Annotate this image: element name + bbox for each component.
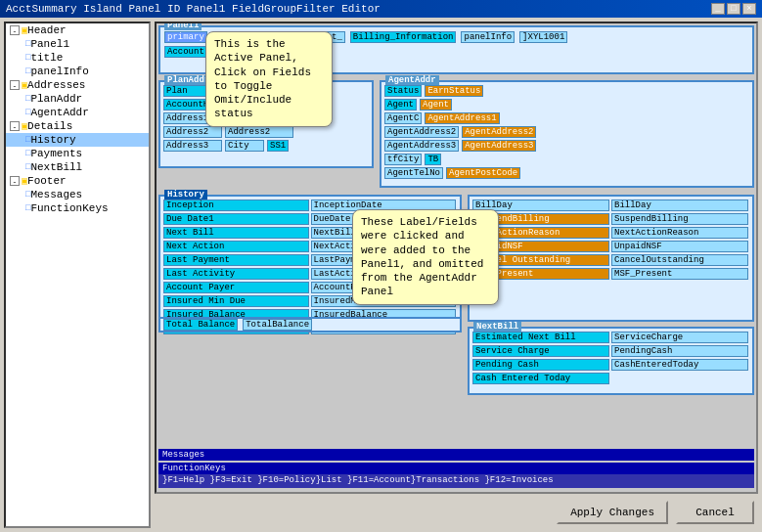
f-tfcity[interactable]: tfCity [384, 154, 422, 165]
nextbill-header: NextBill [473, 322, 521, 332]
expand-icon[interactable]: - [10, 80, 20, 90]
tree-item-history[interactable]: □ History [6, 133, 149, 147]
f-agentaddr3-val[interactable]: AgentAddress3 [462, 140, 536, 152]
tree-item-header[interactable]: - ▣ Header [6, 23, 149, 37]
f-agentaddr2[interactable]: AgentAddress2 [384, 126, 459, 138]
h-lastpayment[interactable]: Last Payment [163, 254, 309, 266]
h-suspendbilling-val[interactable]: SuspendBilling [611, 213, 748, 225]
tree-label-panelinfo: panelInfo [30, 66, 88, 77]
tree-label-panel1: Panel1 [30, 38, 69, 50]
function-keys-text: }F1=Help }F3=Exit }F10=Policy}List }F11=… [158, 474, 754, 488]
tree-item-details[interactable]: - ▣ Details [6, 119, 149, 133]
nb-estimated-val[interactable]: ServiceCharge [611, 332, 748, 343]
tree-panel: - ▣ Header □ Panel1 □ title □ panelInfo … [4, 22, 151, 528]
expand-icon[interactable]: - [10, 25, 20, 35]
f-agentaddr3[interactable]: AgentAddress3 [384, 140, 459, 152]
editor-area[interactable]: Panel1 primary title Account Account_ Bi… [155, 22, 758, 494]
tree-label-agentaddr: AgentAddr [30, 107, 88, 118]
tree-label-addresses: Addresses [27, 79, 85, 91]
h-insuredmindue[interactable]: Insured Min Due [163, 295, 309, 307]
tree-label-header: Header [27, 24, 67, 36]
f-address2[interactable]: Address2 [163, 126, 222, 138]
f-address3[interactable]: Address3 [163, 140, 222, 152]
tree-label-title: title [30, 52, 63, 64]
f-status[interactable]: Status [384, 85, 422, 97]
f-agentaddr1[interactable]: AgentAddress1 [425, 112, 499, 124]
minimize-button[interactable]: _ [711, 3, 725, 15]
h-nextaction[interactable]: Next Action [163, 241, 309, 252]
tree-label-history: History [30, 134, 75, 146]
tree-label-nextbill: NextBill [30, 161, 82, 173]
tree-item-agentaddr[interactable]: □ AgentAddr [6, 106, 149, 119]
tree-item-title[interactable]: □ title [6, 51, 149, 65]
h-lastactivity[interactable]: Last Activity [163, 268, 309, 280]
f-city[interactable]: City [225, 140, 264, 152]
f-agentc[interactable]: AgentC [384, 112, 422, 124]
panel1-header: Panel1 [164, 22, 202, 30]
h-duedate[interactable]: Due Date1 [163, 213, 309, 225]
tree-label-messages: Messages [30, 189, 82, 200]
title-bar: AcctSummary Island Panel ID Panel1 Field… [0, 0, 762, 18]
tree-item-panelinfo[interactable]: □ panelInfo [6, 65, 149, 78]
messages-label: Messages [158, 449, 754, 461]
tree-item-footer[interactable]: - ▣ Footer [6, 174, 149, 188]
tree-label-details: Details [27, 120, 72, 132]
omitted-fields-tooltip: These Label/Fields were clicked and were… [352, 209, 499, 305]
nb-pendingcash[interactable]: PendingCash [611, 345, 748, 357]
h-msfpresent-val[interactable]: MSF_Present [611, 268, 748, 280]
tree-item-payments[interactable]: □ Payments [6, 147, 149, 160]
field-jxyl001[interactable]: ]XYL1001 [519, 31, 567, 43]
h-canceloutstanding-val[interactable]: CancelOutstanding [611, 254, 748, 266]
history-section-header: History [164, 190, 207, 200]
expand-icon[interactable]: - [10, 176, 20, 186]
f-agenttelno[interactable]: AgentTelNo [384, 167, 443, 179]
tree-item-functionkeys[interactable]: □ FunctionKeys [6, 201, 149, 215]
agentaddr-header: AgentAddr [385, 75, 439, 85]
window-title: AcctSummary Island Panel ID Panel1 Field… [6, 3, 381, 15]
functionkeys-label: FunctionKeys [158, 463, 754, 474]
h-inception[interactable]: Inception [163, 200, 309, 211]
field-panelinfo[interactable]: panelInfo [461, 31, 515, 43]
h-nextbill[interactable]: Next Bill [163, 227, 309, 239]
tree-label-payments: Payments [30, 148, 82, 159]
h-unpaidnsf-val[interactable]: UnpaidNSF [611, 241, 748, 252]
tree-item-messages[interactable]: □ Messages [6, 188, 149, 201]
tree-item-panel1[interactable]: □ Panel1 [6, 37, 149, 51]
f-agent-val[interactable]: Agent [420, 99, 452, 111]
close-button[interactable]: × [742, 3, 756, 15]
button-bar: Apply Changes Cancel [155, 497, 758, 528]
tree-label-planaddr: PlanAddr [30, 93, 82, 105]
tree-item-nextbill[interactable]: □ NextBill [6, 160, 149, 174]
tree-label-functionkeys: FunctionKeys [30, 202, 108, 214]
title-bar-buttons[interactable]: _ □ × [711, 3, 756, 15]
h-accountpayer[interactable]: Account Payer [163, 282, 309, 293]
h-totalbalance[interactable]: Total Balance [163, 319, 238, 331]
cancel-button[interactable]: Cancel [676, 501, 754, 524]
h-billday-val[interactable]: BillDay [611, 200, 748, 211]
nb-cashenteredtoday[interactable]: CashEnteredToday [611, 359, 748, 371]
right-panel: Panel1 primary title Account Account_ Bi… [155, 22, 758, 528]
f-agent[interactable]: Agent [384, 99, 417, 111]
nb-cashenteredtoday[interactable]: Cash Entered Today [472, 373, 609, 384]
f-tb[interactable]: TB [425, 154, 441, 165]
tree-item-addresses[interactable]: - ▣ Addresses [6, 78, 149, 92]
apply-changes-button[interactable]: Apply Changes [557, 501, 668, 524]
h-totalbalance-val[interactable]: TotalBalance [243, 319, 312, 331]
field-billing-info[interactable]: Billing_Information [350, 31, 457, 43]
nb-servicecharge[interactable]: Service Charge [472, 345, 609, 357]
nb-pendingcash[interactable]: Pending Cash [472, 359, 609, 371]
h-nextactionreason-val[interactable]: NextActionReason [611, 227, 748, 239]
f-address2v[interactable]: Address2 [225, 126, 293, 138]
f-agentpostcode[interactable]: AgentPostCode [446, 167, 520, 179]
tree-item-planaddr[interactable]: □ PlanAddr [6, 92, 149, 106]
nb-estimated[interactable]: Estimated Next Bill [472, 332, 609, 343]
field-account2[interactable]: Account [164, 46, 207, 58]
f-ss1[interactable]: SS1 [267, 140, 289, 152]
expand-icon[interactable]: - [10, 121, 20, 131]
f-earnstatus[interactable]: EarnStatus [425, 85, 483, 97]
field-primary[interactable]: primary [164, 31, 207, 43]
f-agentaddr2-val[interactable]: AgentAddress2 [462, 126, 536, 138]
maximize-button[interactable]: □ [727, 3, 740, 15]
tree-label-footer: Footer [27, 175, 67, 187]
active-panel-tooltip: This is the Active Panel, Click on Field… [205, 31, 333, 127]
